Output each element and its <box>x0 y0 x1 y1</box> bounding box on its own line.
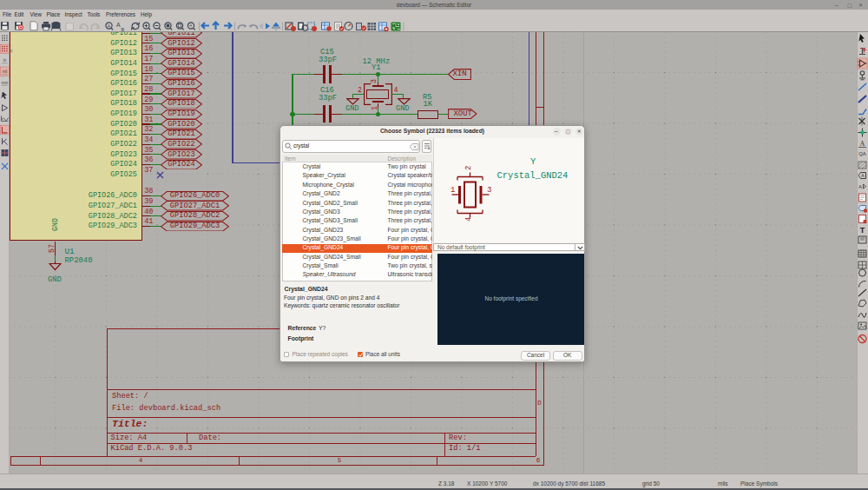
svg-text:2: 2 <box>464 166 473 170</box>
svg-text:3: 3 <box>487 186 491 195</box>
svg-text:mil: mil <box>3 70 8 74</box>
svg-text:1: 1 <box>450 186 455 195</box>
svg-text:4: 4 <box>464 217 473 222</box>
svg-text:A: A <box>858 184 862 189</box>
svg-text:in: in <box>3 58 7 63</box>
svg-text:B: B <box>122 27 125 32</box>
svg-text:A: A <box>116 22 121 28</box>
svg-text:A: A <box>108 23 111 29</box>
svg-text:A: A <box>860 140 865 148</box>
svg-text:QA: QA <box>858 151 866 156</box>
svg-text:T: T <box>860 226 865 235</box>
svg-text:A: A <box>861 173 865 178</box>
svg-text:mm: mm <box>2 81 9 85</box>
